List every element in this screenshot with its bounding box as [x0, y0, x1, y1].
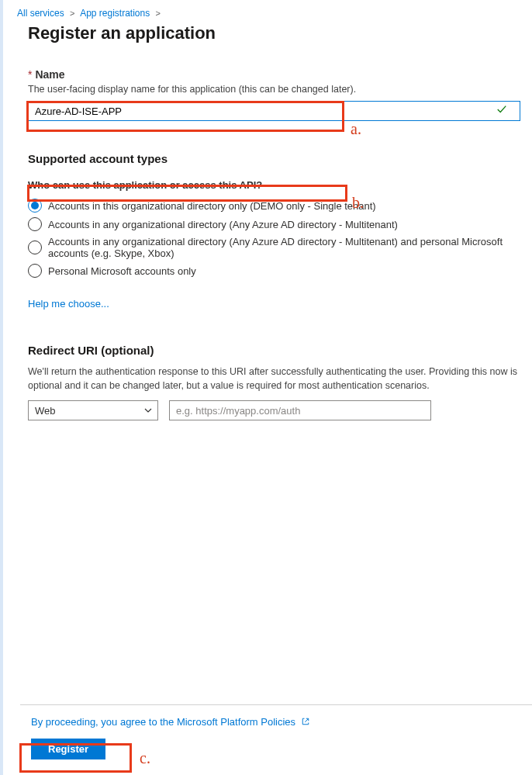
annotation-label-a: a. — [351, 120, 361, 138]
checkmark-icon — [496, 104, 507, 117]
radio-label: Personal Microsoft accounts only — [48, 265, 196, 277]
breadcrumb-app-registrations[interactable]: App registrations — [80, 8, 150, 19]
policy-agreement-line: By proceeding, you agree to the Microsof… — [31, 716, 532, 728]
account-type-option-1[interactable]: Accounts in any organizational directory… — [28, 217, 518, 231]
redirect-uri-input[interactable] — [169, 400, 431, 420]
name-field-label: *Name — [28, 68, 518, 81]
account-types-heading: Supported account types — [28, 152, 518, 165]
page-title: Register an application — [28, 23, 518, 43]
radio-label: Accounts in any organizational directory… — [48, 219, 398, 230]
account-types-question: Who can use this application or access t… — [28, 179, 518, 191]
required-star-icon: * — [28, 68, 32, 81]
name-label-text: Name — [35, 68, 64, 81]
name-input[interactable] — [28, 101, 520, 121]
platform-policies-link[interactable]: By proceeding, you agree to the Microsof… — [31, 716, 295, 728]
account-type-option-0[interactable]: Accounts in this organizational director… — [28, 199, 518, 213]
redirect-uri-heading: Redirect URI (optional) — [28, 344, 518, 357]
radio-icon — [28, 199, 42, 213]
radio-icon — [28, 240, 42, 254]
register-button[interactable]: Register — [31, 739, 105, 759]
account-type-option-2[interactable]: Accounts in any organizational directory… — [28, 236, 518, 259]
breadcrumb-separator-icon: > — [156, 9, 161, 18]
redirect-uri-description: We'll return the authentication response… — [28, 365, 518, 393]
radio-icon — [28, 217, 42, 231]
radio-label: Accounts in any organizational directory… — [48, 236, 518, 259]
breadcrumb: All services > App registrations > — [17, 8, 518, 19]
name-field-hint: The user-facing display name for this ap… — [28, 84, 518, 95]
annotation-label-c: c. — [140, 749, 150, 767]
platform-select-value: Web — [35, 405, 56, 417]
platform-select[interactable]: Web — [28, 400, 158, 420]
breadcrumb-all-services[interactable]: All services — [17, 8, 64, 19]
radio-label: Accounts in this organizational director… — [48, 200, 376, 212]
radio-icon — [28, 264, 42, 278]
chevron-down-icon — [143, 406, 153, 415]
external-link-icon — [301, 717, 310, 726]
footer: By proceeding, you agree to the Microsof… — [20, 704, 532, 775]
annotation-label-b: b. — [352, 194, 364, 212]
breadcrumb-separator-icon: > — [70, 9, 74, 18]
help-me-choose-link[interactable]: Help me choose... — [28, 298, 109, 310]
account-type-option-3[interactable]: Personal Microsoft accounts only — [28, 264, 518, 278]
